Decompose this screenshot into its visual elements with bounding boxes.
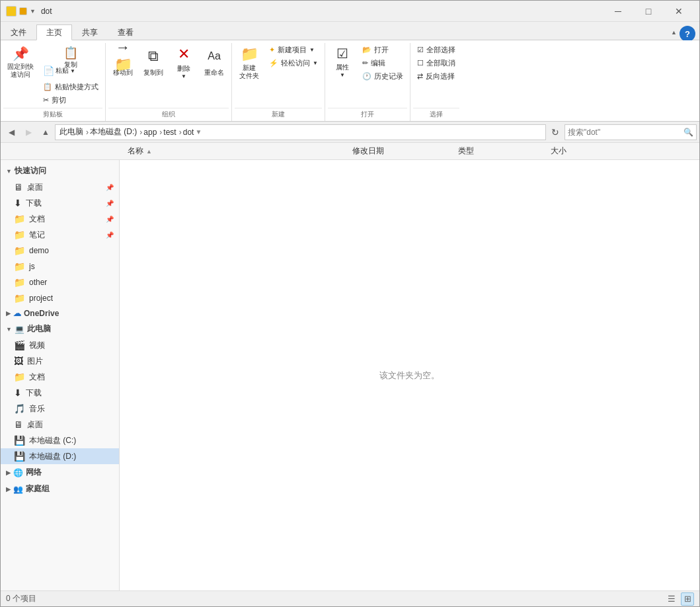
ribbon-group-select: ☑ 全部选择 ☐ 全部取消 ⇄ 反向选择 选择	[410, 43, 462, 121]
refresh-button[interactable]: ↻	[547, 124, 563, 140]
demo-icon: 📁	[14, 245, 25, 256]
sidebar-item-demo[interactable]: 📁 demo	[1, 243, 119, 259]
new-label: 新建	[235, 108, 322, 121]
path-segment-app[interactable]: app ›	[143, 128, 163, 137]
maximize-button[interactable]: □	[633, 1, 664, 22]
history-button[interactable]: 🕐 历史记录	[358, 69, 407, 83]
invert-icon: ⇄	[417, 72, 423, 81]
pin-button[interactable]: 📌 固定到快速访问	[3, 43, 38, 80]
paste-icon: 📄	[43, 65, 54, 76]
tab-share[interactable]: 共享	[72, 24, 108, 40]
js-icon: 📁	[14, 261, 25, 272]
organize-label: 组织	[108, 108, 229, 121]
clipboard-buttons: 📌 固定到快速访问 📋 复制 📄 粘贴 ▼ 📋 粘贴快捷方	[3, 43, 102, 106]
view-list-button[interactable]: ☰	[665, 592, 678, 606]
paste-shortcut-button[interactable]: 📋 粘贴快捷方式	[39, 80, 102, 93]
close-button[interactable]: ✕	[664, 1, 694, 22]
cut-icon: ✂	[43, 96, 49, 104]
edit-button[interactable]: ✏ 编辑	[358, 56, 407, 69]
sidebar-section-homegroup[interactable]: ▶ 👥 家庭组	[1, 481, 119, 497]
delete-button[interactable]: ✕ 删除 ▼	[169, 43, 198, 80]
sidebar-section-quick-access[interactable]: ▼ 快速访问	[1, 163, 119, 179]
rename-button[interactable]: Aa 重命名	[200, 43, 229, 80]
up-button[interactable]: ▲	[38, 124, 54, 140]
sidebar-item-drive-d[interactable]: 💾 本地磁盘 (D:)	[1, 448, 119, 464]
minimize-button[interactable]: ─	[603, 1, 633, 22]
col-header-type[interactable]: 类型	[453, 143, 545, 159]
sidebar-item-documents2[interactable]: 📁 文档	[1, 369, 119, 385]
open-icon: 📂	[362, 46, 371, 54]
file-area[interactable]: 该文件夹为空。	[120, 160, 699, 590]
tab-home[interactable]: 主页	[36, 24, 72, 40]
new-item-button[interactable]: ✦ 新建项目 ▼	[265, 43, 322, 56]
other-icon: 📁	[14, 277, 25, 288]
path-segment-drive[interactable]: 本地磁盘 (D:) ›	[90, 126, 143, 138]
col-header-name[interactable]: 名称 ▲	[122, 143, 347, 159]
address-path[interactable]: 此电脑 › 本地磁盘 (D:) › app › test › dot ▼	[55, 124, 546, 140]
easy-access-button[interactable]: ⚡ 轻松访问 ▼	[265, 56, 322, 69]
sidebar-item-drive-c[interactable]: 💾 本地磁盘 (C:)	[1, 432, 119, 448]
sidebar-item-documents[interactable]: 📁 文档 📌	[1, 211, 119, 227]
ribbon-group-organize: →📁 移动到 ⧉ 复制到 ✕ 删除 ▼ Aa 重命名 组织	[106, 43, 232, 121]
title-dropdown-arrow[interactable]: ▼	[30, 8, 36, 15]
sidebar-section-onedrive[interactable]: ▶ ☁ OneDrive	[1, 306, 119, 321]
ribbon-collapse-icon[interactable]: ▲	[671, 29, 677, 36]
invert-select-button[interactable]: ⇄ 反向选择	[413, 69, 459, 83]
view-details-button[interactable]: ⊞	[681, 592, 694, 606]
empty-folder-message: 该文件夹为空。	[379, 370, 440, 382]
copy-to-button[interactable]: ⧉ 复制到	[139, 43, 168, 80]
explorer-window: ▼ dot ─ □ ✕ 文件 主页 共享 查看 ▲ ? 📌 固定到快速访问	[0, 0, 700, 607]
documents-icon: 📁	[14, 214, 25, 224]
path-segment-test[interactable]: test ›	[163, 128, 182, 137]
col-header-size[interactable]: 大小	[545, 143, 611, 159]
paste-shortcut-icon: 📋	[43, 83, 52, 91]
sidebar-item-downloads[interactable]: ⬇ 下载 📌	[1, 195, 119, 211]
quick-access-items: 🖥 桌面 📌 ⬇ 下载 📌 📁 文档 📌 📁 笔记 📌	[1, 179, 119, 306]
properties-button[interactable]: ☑ 属性 ▼	[328, 43, 357, 80]
sidebar-item-desktop[interactable]: 🖥 桌面 📌	[1, 179, 119, 195]
forward-button[interactable]: ▶	[20, 124, 36, 140]
tab-view[interactable]: 查看	[108, 24, 143, 40]
move-icon: →📁	[112, 46, 134, 67]
sidebar-item-music[interactable]: 🎵 音乐	[1, 401, 119, 417]
sidebar-item-desktop2[interactable]: 🖥 桌面	[1, 417, 119, 432]
folder-title-icon-small	[19, 7, 27, 15]
sidebar-item-videos[interactable]: 🎬 视频	[1, 337, 119, 353]
path-segment-pc[interactable]: 此电脑 ›	[59, 126, 90, 138]
pin-icon-notes: 📌	[106, 231, 114, 239]
tab-file[interactable]: 文件	[1, 24, 36, 40]
paste-button[interactable]: 📄 粘贴 ▼	[39, 61, 102, 80]
back-button[interactable]: ◀	[3, 124, 19, 140]
help-button[interactable]: ?	[680, 26, 695, 42]
select-all-button[interactable]: ☑ 全部选择	[413, 43, 459, 56]
sidebar-item-pictures[interactable]: 🖼 图片	[1, 353, 119, 369]
sidebar-section-thispc[interactable]: ▼ 💻 此电脑	[1, 321, 119, 337]
open-label: 打开	[328, 108, 407, 121]
move-to-button[interactable]: →📁 移动到	[108, 43, 137, 80]
quick-access-chevron: ▼	[6, 168, 12, 175]
column-headers: 名称 ▲ 修改日期 类型 大小	[1, 143, 699, 160]
organize-buttons: →📁 移动到 ⧉ 复制到 ✕ 删除 ▼ Aa 重命名	[108, 43, 229, 106]
new-folder-button[interactable]: 📁 新建文件夹	[235, 43, 264, 80]
path-dropdown-arrow[interactable]: ▼	[195, 128, 202, 136]
cut-button[interactable]: ✂ 剪切	[39, 93, 102, 106]
properties-icon: ☑	[332, 46, 353, 61]
col-header-date[interactable]: 修改日期	[347, 143, 453, 159]
sidebar-section-network[interactable]: ▶ 🌐 网络	[1, 464, 119, 481]
sidebar-item-downloads2[interactable]: ⬇ 下载	[1, 385, 119, 401]
select-none-button[interactable]: ☐ 全部取消	[413, 56, 459, 69]
sidebar-item-notes[interactable]: 📁 笔记 📌	[1, 227, 119, 243]
search-input[interactable]	[568, 128, 681, 137]
view-toggle: ☰ ⊞	[665, 592, 694, 606]
new-folder-icon: 📁	[239, 46, 260, 63]
path-segment-dot[interactable]: dot	[183, 128, 194, 137]
open-buttons: ☑ 属性 ▼ 📂 打开 ✏ 编辑 🕐 历史记录	[328, 43, 407, 106]
open-button[interactable]: 📂 打开	[358, 43, 407, 56]
search-icon[interactable]: 🔍	[683, 128, 693, 137]
sidebar-item-project[interactable]: 📁 project	[1, 290, 119, 306]
pin-icon: 📌	[10, 46, 31, 61]
copy-button[interactable]: 📋 复制	[39, 43, 102, 61]
sidebar-item-other[interactable]: 📁 other	[1, 274, 119, 290]
title-bar-icons: ▼	[6, 6, 36, 17]
sidebar-item-js[interactable]: 📁 js	[1, 259, 119, 274]
